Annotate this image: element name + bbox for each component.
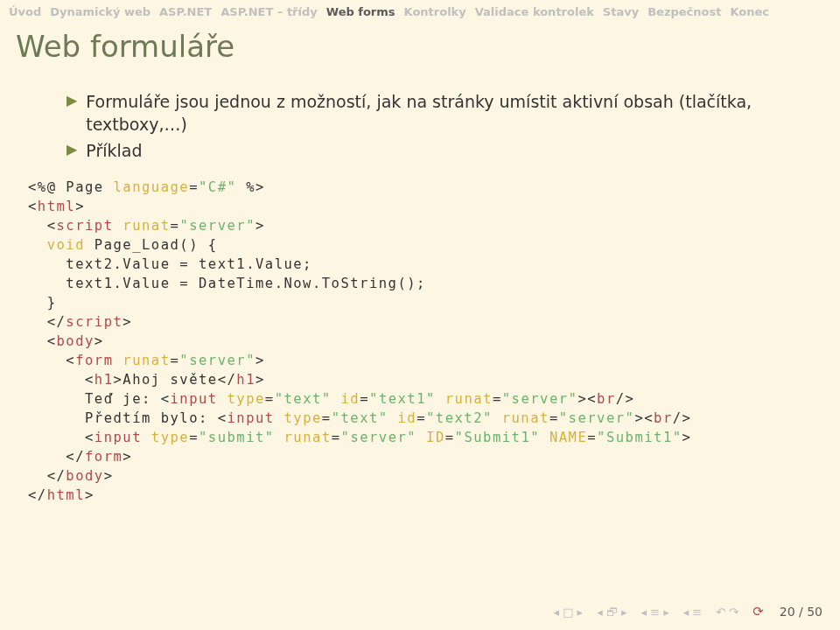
nav-prev-frame-icon[interactable]: ◂ ≡ <box>683 606 703 619</box>
nav-item[interactable]: ASP.NET <box>159 5 212 18</box>
bullet-icon: ▶ <box>66 90 77 111</box>
nav-item[interactable]: Kontrolky <box>404 5 466 18</box>
nav-prev-section-icon[interactable]: ◂ 🗗 ▸ <box>597 606 626 619</box>
nav-prev-subsection-icon[interactable]: ◂ ≡ ▸ <box>640 606 668 619</box>
code-block: <%@ Page language="C#" %> <html> <script… <box>28 178 824 505</box>
nav-back-forward-icon[interactable]: ↶ ↷ <box>716 606 738 619</box>
nav-prev-slide-icon[interactable]: ◂ □ ▸ <box>554 606 584 619</box>
bullet-text: Formuláře jsou jednou z možností, jak na… <box>86 90 824 136</box>
page-number: 20 / 50 <box>780 605 822 619</box>
nav-item[interactable]: ASP.NET – třídy <box>220 5 318 18</box>
nav-item[interactable]: Bezpečnost <box>648 5 721 18</box>
bullet-icon: ▶ <box>66 139 77 160</box>
nav-item[interactable]: Konec <box>730 5 769 18</box>
nav-item[interactable]: Úvod <box>9 5 41 18</box>
nav-tabs: Úvod Dynamický web ASP.NET ASP.NET – tří… <box>0 0 840 22</box>
nav-item-active[interactable]: Web forms <box>326 5 396 18</box>
nav-item[interactable]: Dynamický web <box>50 5 150 18</box>
refresh-icon[interactable]: ⟳ <box>752 604 764 620</box>
slide-title: Web formuláře <box>0 22 840 90</box>
list-item: ▶ Příklad <box>66 139 824 162</box>
bullet-text: Příklad <box>86 139 142 162</box>
list-item: ▶ Formuláře jsou jednou z možností, jak … <box>66 90 824 136</box>
beamer-nav-controls: ◂ □ ▸ ◂ 🗗 ▸ ◂ ≡ ▸ ◂ ≡ ↶ ↷ ⟳ <box>554 604 764 620</box>
nav-item[interactable]: Validace kontrolek <box>475 5 594 18</box>
nav-item[interactable]: Stavy <box>603 5 639 18</box>
slide-content: ▶ Formuláře jsou jednou z možností, jak … <box>0 90 840 505</box>
footer: ◂ □ ▸ ◂ 🗗 ▸ ◂ ≡ ▸ ◂ ≡ ↶ ↷ ⟳ 20 / 50 <box>0 604 822 620</box>
bullet-list: ▶ Formuláře jsou jednou z možností, jak … <box>66 90 824 162</box>
